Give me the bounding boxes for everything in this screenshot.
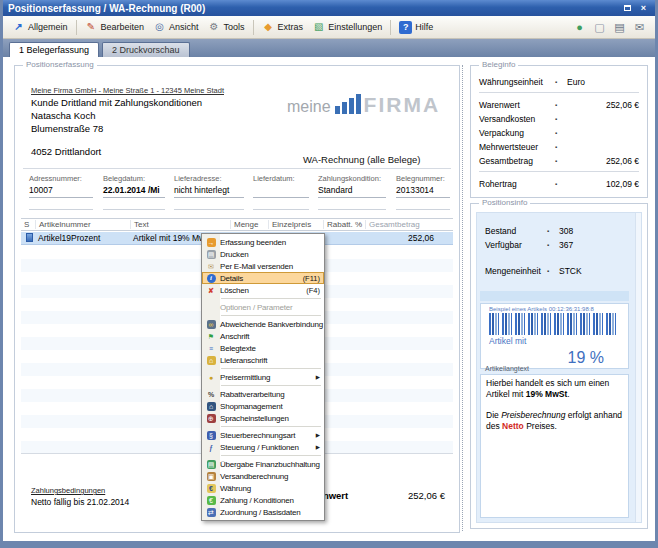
divider [23,168,451,169]
company-logo: meine FIRMA [287,94,440,115]
main-content: Positionserfassung Meine Firma GmbH - Me… [3,57,655,541]
belegdatum-input[interactable]: 22.01.2014 /Mi [103,185,165,198]
info-icon: i [207,274,216,283]
menu-extras[interactable]: ◆ Extras [258,19,308,36]
menu-separator [221,455,321,456]
menu-item-details[interactable]: i Details (F11) [202,272,324,284]
customer-address: Kunde Drittland mit Zahlungskonditionen … [31,96,202,135]
menu-item-drucken[interactable]: ▤ Drucken [202,248,324,260]
belegnummer-input[interactable]: 20133014 [396,185,450,198]
bullet-icon [547,228,559,234]
logo-text-firma: FIRMA [364,94,441,115]
menu-separator [221,315,321,316]
menu-item-preisermittlung[interactable]: ● Preisermittlung [202,371,324,383]
menu-item-uebergabe-finanzbuchhaltung[interactable]: ▤ Übergabe Finanzbuchhaltung [202,458,324,470]
menu-item-zahlung-konditionen[interactable]: € Zahlung / Konditionen [202,494,324,506]
pricing-icon: ● [207,373,216,382]
shipping-icon: ▣ [207,472,216,481]
currency-icon: € [207,484,216,493]
positionsinfo-groupbox: Positionsinfo Bestand 308 Verfügbar 367 [470,203,648,529]
article-image-caption: Beispiel eines Artikels 00:12:36:31:98:8 [489,306,628,312]
menu-item-abweichende-bankverbindung[interactable]: ∞ Abweichende Bankverbindung [202,318,324,330]
artikellangtext-label: Artikellangtext [485,365,529,372]
bullet-icon [555,102,567,108]
menu-item-anschrift[interactable]: ⚑ Anschrift [202,330,324,342]
beleginfo-row: Versandkosten [479,113,639,124]
tab-druckvorschau[interactable]: 2 Druckvorschau [102,42,190,57]
panel-splitter[interactable] [462,65,463,531]
help-icon: ? [399,21,412,34]
payment-icon: € [207,496,216,505]
menu-item-per-email-versenden[interactable]: ✉ Per E-Mail versenden [202,260,324,272]
accounting-icon: ▤ [207,460,216,469]
beleginfo-row: Rohertrag 102,09 € [479,178,639,189]
beleginfo-groupbox: Beleginfo Währungseinheit Euro Warenwert… [470,65,648,198]
menu-separator [221,368,321,369]
payment-terms-link[interactable]: Zahlungsbedingungen [31,486,129,495]
bullet-icon [547,242,559,248]
discount-icon: % [207,390,216,399]
table-header: S Artikelnummer Text Menge Einzelpreis R… [21,218,453,231]
warenwert-value: 252,06 € [408,490,445,501]
menu-einstellungen[interactable]: ▧ Einstellungen [308,19,386,36]
lieferadresse-input[interactable]: nicht hinterlegt [174,185,244,198]
context-menu: → Erfassung beenden ▤ Drucken ✉ Per E-Ma… [201,233,325,521]
beleginfo-row: Warenwert 252,06 € [479,99,639,110]
menu-item-rabattverarbeitung[interactable]: % Rabattverarbeitung [202,388,324,400]
delivery-icon: ⌂ [207,356,216,365]
globe-icon[interactable]: ● [573,21,586,34]
payment-terms: Zahlungsbedingungen Netto fällig bis 21.… [31,486,129,507]
menu-item-steuerberechnungsart[interactable]: § Steuerberechnungsart [202,429,324,441]
menu-item-shopmanagement[interactable]: ⌂ Shopmanagement [202,400,324,412]
title-bar: Positionserfassung / WA-Rechnung (R00) [3,0,655,16]
tab-belegerfassung[interactable]: 1 Belegerfassung [9,42,99,57]
menu-item-waehrung[interactable]: € Währung [202,482,324,494]
menu-item-belegtexte[interactable]: ≡ Belegtexte [202,342,324,354]
shortcut-label: (F4) [306,286,320,295]
menu-allgemein[interactable]: ↗ Allgemein [8,19,72,36]
barcode-image [489,313,618,335]
positionsinfo-row: Mengeneinheit STCK [485,265,631,276]
zahlungskondition-input[interactable]: Standard [318,185,386,198]
adressnummer-input[interactable]: 10007 [29,185,93,198]
bullet-icon [555,116,567,122]
scrollbar[interactable] [635,213,641,522]
beleginfo-row: Gesamtbetrag 252,06 € [479,155,639,166]
restore-icon[interactable] [621,3,634,14]
positionsinfo-row: Bestand 308 [485,225,631,236]
lieferdatum-input[interactable] [253,185,309,198]
bar-chart-icon [333,94,362,115]
app-window: Positionserfassung / WA-Rechnung (R00) ↗… [0,0,658,548]
document-icon[interactable]: ▢ [593,21,606,34]
menu-hilfe[interactable]: ? Hilfe [395,19,437,36]
menu-ansicht[interactable]: ◎ Ansicht [149,19,203,36]
delete-icon: ✘ [207,286,216,295]
positionsinfo-panel: Bestand 308 Verfügbar 367 Mengeneinheit … [476,212,642,523]
menu-item-zuordnung-basisdaten[interactable]: ⇄ Zuordnung / Basisdaten [202,506,324,518]
tax-icon: § [207,431,216,440]
menu-bearbeiten[interactable]: ✎ Bearbeiten [81,19,149,36]
menu-item-erfassung-beenden[interactable]: → Erfassung beenden [202,236,324,248]
field-belegnummer: Belegnummer: 20133014 [396,174,450,210]
langtext-paragraph: Die Preisberechnung erfolgt anhand des N… [486,410,623,432]
groupbox-legend: Positionserfassung [23,60,97,69]
menu-tools[interactable]: ⚙ Tools [204,19,249,36]
menu-item-optionen-parameter: Optionen / Parameter [202,301,324,313]
tools-icon: ⚙ [208,21,221,34]
artikellangtext-box[interactable]: Hierbei handelt es sich um einen Artikel… [480,374,629,518]
printer-icon[interactable]: ▤ [613,21,626,34]
article-image: Beispiel eines Artikels 00:12:36:31:98:8… [480,303,629,369]
edit-icon: ✎ [85,21,98,34]
menu-item-spracheinstellungen[interactable]: ⊕ Spracheinstellungen [202,412,324,424]
printer-icon: ▤ [207,250,216,259]
close-icon[interactable] [637,3,650,14]
menu-item-lieferanschrift[interactable]: ⌂ Lieferanschrift [202,354,324,366]
article-image-label: Artikel mit [489,336,628,346]
menu-item-loeschen[interactable]: ✘ Löschen (F4) [202,284,324,296]
mail-icon[interactable]: ✉ [633,21,646,34]
customer-city: 4052 Drittlandort [31,146,101,157]
menu-item-versandberechnung[interactable]: ▣ Versandberechnung [202,470,324,482]
menu-item-steuerung-funktionen[interactable]: ƒ Steuerung / Funktionen [202,441,324,453]
positionsinfo-row: Verfügbar 367 [485,239,631,250]
field-belegdatum: Belegdatum: 22.01.2014 /Mi [103,174,165,210]
